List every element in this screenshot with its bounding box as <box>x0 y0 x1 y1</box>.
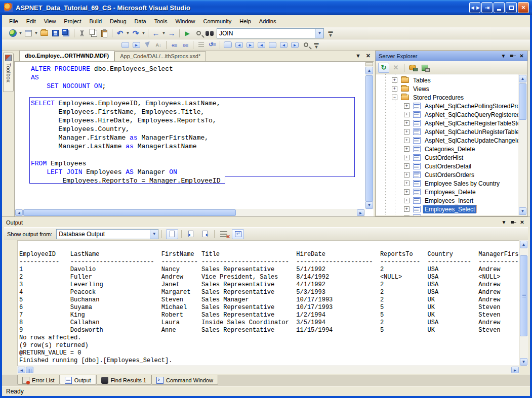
bottom-tab-find-results-1[interactable]: Find Results 1 <box>96 375 151 385</box>
tree-item-aspnet-sqlcachequeryregisteredtablesstoredprocedure[interactable]: +AspNet_SqlCacheQueryRegisteredTablesSto… <box>376 110 518 119</box>
bottom-tab-output[interactable]: Output <box>60 375 96 385</box>
detach-window-button[interactable]: ⇥ <box>481 2 493 13</box>
sort-az-icon[interactable]: A↓ <box>153 40 163 50</box>
show-diagram-pane-icon[interactable] <box>120 40 130 50</box>
scroll-thumb[interactable] <box>520 255 527 336</box>
indent-icon[interactable]: »≡ <box>180 40 190 50</box>
combobox-dropdown-button[interactable]: ▼ <box>150 230 158 239</box>
close-panel-icon[interactable]: ✕ <box>518 53 525 60</box>
close-document-icon[interactable]: ✕ <box>366 53 371 59</box>
tree-item-stored-procedures[interactable]: −Stored Procedures <box>376 93 518 102</box>
splitter-grip[interactable] <box>365 62 373 66</box>
scroll-thumb[interactable] <box>26 367 33 373</box>
word-wrap-icon[interactable] <box>232 229 244 239</box>
expand-toggle-icon[interactable]: + <box>392 86 397 92</box>
expand-toggle-icon[interactable]: + <box>404 120 410 126</box>
outdent-icon[interactable]: «≡ <box>169 40 179 50</box>
save-all-icon[interactable] <box>61 28 71 38</box>
pointer-icon[interactable] <box>142 40 152 50</box>
server-explorer-tree[interactable]: +Tables+Views−Stored Procedures+AspNet_S… <box>376 74 527 215</box>
menu-build[interactable]: Build <box>86 16 106 26</box>
tree-item-employees-select[interactable]: +Employees_Select <box>376 205 518 213</box>
start-debug-icon[interactable]: ▶ <box>182 28 192 38</box>
menu-tools[interactable]: Tools <box>150 16 172 26</box>
database-import-icon[interactable] <box>278 40 289 50</box>
comment-box-icon[interactable] <box>223 40 233 50</box>
close-panel-icon[interactable]: ✕ <box>518 219 526 226</box>
add-new-item-icon[interactable] <box>23 28 33 38</box>
dropdown-arrow-icon[interactable]: ▼ <box>34 31 38 35</box>
bubble-copy-icon[interactable] <box>267 40 277 50</box>
output-source-dropdown[interactable]: Database Output ▼ <box>56 229 158 239</box>
save-icon[interactable] <box>50 28 60 38</box>
new-web-site-icon[interactable] <box>8 28 18 38</box>
menu-window[interactable]: Window <box>171 16 199 26</box>
scroll-thumb[interactable] <box>365 75 373 202</box>
dropdown-arrow-icon[interactable]: ▼ <box>161 31 166 35</box>
bubble-back-icon[interactable] <box>256 40 266 50</box>
tree-item-aspnet-sqlcacheregistertablestoredprocedure[interactable]: +AspNet_SqlCacheRegisterTableStoredProce… <box>376 119 518 127</box>
tree-item-custordersdetail[interactable]: +CustOrdersDetail <box>376 162 518 170</box>
toolbar-overflow-icon[interactable]: ▬▼ <box>328 29 334 37</box>
undo-checkout-icon[interactable]: ↺≡ <box>207 40 217 50</box>
bubble-next-icon[interactable] <box>245 40 255 50</box>
connect-to-database-icon[interactable] <box>407 63 418 73</box>
tree-item-aspnet-sqlcachepollingstoredprocedure[interactable]: +AspNet_SqlCachePollingStoredProcedure <box>376 102 518 110</box>
bottom-tab-command-window[interactable]: Command Window <box>151 375 218 385</box>
tree-item-aspnet-sqlcacheunregistertablestoredprocedure[interactable]: +AspNet_SqlCacheUnRegisterTableStoredPro… <box>376 127 518 136</box>
menu-help[interactable]: Help <box>235 16 255 26</box>
clear-all-icon[interactable] <box>218 229 230 239</box>
bubble-previous-icon[interactable] <box>234 40 244 50</box>
copy-icon[interactable] <box>88 28 98 38</box>
expand-toggle-icon[interactable]: + <box>404 146 410 152</box>
maximize-button[interactable] <box>506 2 517 13</box>
tree-item-employees-insert[interactable]: +Employees_Insert <box>376 196 518 205</box>
auto-hide-pin-icon[interactable] <box>509 53 516 60</box>
pan-arrows-button[interactable]: ◄► <box>469 2 480 13</box>
dropdown-arrow-icon[interactable]: ▼ <box>18 31 23 35</box>
toolbox-tab[interactable]: Toolbox <box>3 53 14 92</box>
scroll-up-button[interactable]: ▲ <box>365 67 373 74</box>
expand-toggle-icon[interactable]: + <box>392 77 397 83</box>
tab-xsd-designer[interactable]: App_Code/DAL/...ithSprocs.xsd* <box>114 51 206 61</box>
menu-community[interactable]: Community <box>199 16 236 26</box>
scroll-left-button[interactable]: ◄ <box>18 367 25 373</box>
minimize-button[interactable] <box>494 2 505 13</box>
refresh-icon[interactable]: ↻ <box>378 63 389 73</box>
expand-toggle-icon[interactable]: + <box>404 181 410 186</box>
auto-hide-pin-icon[interactable] <box>509 219 517 226</box>
expand-toggle-icon[interactable]: + <box>404 172 410 178</box>
tree-item-tables[interactable]: +Tables <box>376 76 518 84</box>
output-horizontal-scrollbar[interactable]: ◄ ► <box>17 366 519 374</box>
tree-vertical-scrollbar[interactable]: ▲ ▼ <box>518 74 527 215</box>
find-symbol-icon[interactable] <box>193 28 203 38</box>
delete-icon[interactable]: ✕ <box>390 63 401 73</box>
dropdown-arrow-icon[interactable]: ▼ <box>126 31 130 35</box>
scroll-thumb[interactable] <box>23 209 236 216</box>
scroll-down-button[interactable]: ▼ <box>520 358 527 366</box>
dropdown-arrow-icon[interactable]: ▼ <box>141 31 146 35</box>
menu-edit[interactable]: Edit <box>22 16 40 26</box>
navigate-backward-icon[interactable]: ← <box>151 28 161 38</box>
editor-horizontal-scrollbar[interactable]: ◄ ► <box>15 209 365 216</box>
expand-toggle-icon[interactable]: + <box>404 138 410 143</box>
database-export-icon[interactable] <box>290 40 300 50</box>
expand-toggle-icon[interactable]: + <box>404 103 410 109</box>
menu-project[interactable]: Project <box>60 16 85 26</box>
menu-file[interactable]: File <box>5 16 22 26</box>
connect-to-server-icon[interactable] <box>419 63 430 73</box>
expand-toggle-icon[interactable]: + <box>404 215 410 215</box>
scroll-left-button[interactable]: ◄ <box>15 209 23 216</box>
expand-toggle-icon[interactable]: + <box>404 155 410 160</box>
expand-toggle-icon[interactable]: + <box>404 163 410 169</box>
document-list-dropdown-icon[interactable]: ▼ <box>355 53 361 59</box>
output-text[interactable]: EmployeeID LastName FirstName Title Hire… <box>18 241 519 365</box>
cut-icon[interactable] <box>77 28 87 38</box>
find-combobox[interactable]: JOIN ▼ <box>217 28 324 38</box>
menu-data[interactable]: Data <box>131 16 150 26</box>
bottom-tab-error-list[interactable]: Error List <box>17 375 60 385</box>
navigate-forward-icon[interactable]: → <box>167 28 177 38</box>
expand-toggle-icon[interactable]: + <box>404 129 410 135</box>
paste-icon[interactable] <box>99 28 109 38</box>
tree-item-employees-delete[interactable]: +Employees_Delete <box>376 188 518 196</box>
